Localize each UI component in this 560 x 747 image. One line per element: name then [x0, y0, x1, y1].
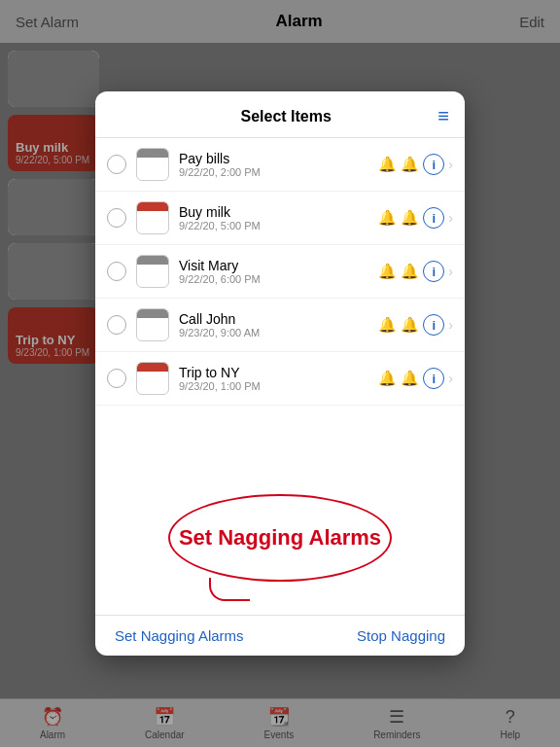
item-icon-visit-mary	[136, 255, 169, 288]
item-icon-trip-to-ny	[136, 362, 169, 395]
info-icon-buy-milk[interactable]: i	[423, 207, 444, 229]
chevron-trip-to-ny: ›	[448, 371, 453, 386]
select-items-modal: Select Items ≡ Pay bills 9/22/20, 2:00 P…	[95, 91, 465, 656]
item-actions-call-john: 🔔 🔔 i ›	[378, 314, 453, 336]
bell-icon-buy-1[interactable]: 🔔	[378, 209, 397, 227]
item-date-visit-mary: 9/22/20, 6:00 PM	[179, 273, 368, 285]
item-actions-buy-milk: 🔔 🔔 i ›	[378, 207, 453, 229]
bubble-container: Set Nagging Alarms	[95, 452, 465, 616]
item-icon-buy-milk	[136, 201, 169, 234]
item-icon-pay-bills	[136, 148, 169, 181]
bell-icon-mary-1[interactable]: 🔔	[378, 263, 397, 280]
item-actions-trip-to-ny: 🔔 🔔 i ›	[378, 368, 453, 389]
info-icon-pay-bills[interactable]: i	[423, 154, 444, 175]
radio-visit-mary[interactable]	[107, 262, 126, 281]
bell-icon-mary-2[interactable]: 🔔	[401, 263, 419, 280]
item-icon-call-john	[136, 308, 169, 341]
radio-pay-bills[interactable]	[107, 155, 126, 174]
list-item-visit-mary[interactable]: Visit Mary 9/22/20, 6:00 PM 🔔 🔔 i ›	[95, 245, 465, 299]
modal-footer: Set Nagging Alarms Stop Nagging	[95, 615, 465, 656]
speech-bubble: Set Nagging Alarms	[168, 494, 392, 582]
info-icon-visit-mary[interactable]: i	[423, 261, 444, 282]
modal-overlay[interactable]: Select Items ≡ Pay bills 9/22/20, 2:00 P…	[0, 0, 560, 747]
bell-icon-ny-1[interactable]: 🔔	[378, 370, 397, 387]
chevron-call-john: ›	[448, 317, 453, 333]
item-text-trip-to-ny: Trip to NY 9/23/20, 1:00 PM	[179, 365, 368, 392]
chevron-pay-bills: ›	[448, 157, 453, 172]
item-text-visit-mary: Visit Mary 9/22/20, 6:00 PM	[179, 258, 368, 285]
item-text-buy-milk: Buy milk 9/22/20, 5:00 PM	[179, 204, 368, 231]
stop-nagging-button[interactable]: Stop Nagging	[357, 627, 445, 644]
item-actions-pay-bills: 🔔 🔔 i ›	[378, 154, 453, 175]
chevron-buy-milk: ›	[448, 210, 453, 226]
item-text-call-john: Call John 9/23/20, 9:00 AM	[179, 311, 368, 338]
item-date-call-john: 9/23/20, 9:00 AM	[179, 327, 368, 338]
bell-icon-john-1[interactable]: 🔔	[378, 316, 397, 334]
bubble-text: Set Nagging Alarms	[179, 525, 381, 551]
item-date-pay-bills: 9/22/20, 2:00 PM	[179, 166, 368, 178]
bell-icon-1[interactable]: 🔔	[378, 156, 397, 173]
radio-call-john[interactable]	[107, 315, 126, 335]
modal-header: Select Items ≡	[95, 91, 465, 138]
info-icon-call-john[interactable]: i	[423, 314, 444, 336]
radio-trip-to-ny[interactable]	[107, 369, 126, 388]
item-name-call-john: Call John	[179, 311, 368, 327]
set-nagging-alarms-button[interactable]: Set Nagging Alarms	[115, 627, 244, 644]
modal-title: Select Items	[134, 108, 438, 125]
bell-icon-john-2[interactable]: 🔔	[401, 316, 419, 334]
item-name-trip-to-ny: Trip to NY	[179, 365, 368, 380]
item-actions-visit-mary: 🔔 🔔 i ›	[378, 261, 453, 282]
bell-icon-2[interactable]: 🔔	[401, 156, 419, 173]
item-name-visit-mary: Visit Mary	[179, 258, 368, 273]
item-name-pay-bills: Pay bills	[179, 151, 368, 166]
bell-icon-ny-2[interactable]: 🔔	[401, 370, 419, 387]
item-text-pay-bills: Pay bills 9/22/20, 2:00 PM	[179, 151, 368, 178]
item-name-buy-milk: Buy milk	[179, 204, 368, 220]
chevron-visit-mary: ›	[448, 264, 453, 279]
bell-icon-buy-2[interactable]: 🔔	[401, 209, 419, 227]
menu-icon[interactable]: ≡	[438, 105, 449, 127]
list-item-pay-bills[interactable]: Pay bills 9/22/20, 2:00 PM 🔔 🔔 i ›	[95, 138, 465, 192]
list-item-buy-milk[interactable]: Buy milk 9/22/20, 5:00 PM 🔔 🔔 i ›	[95, 192, 465, 245]
radio-buy-milk[interactable]	[107, 208, 126, 228]
item-date-buy-milk: 9/22/20, 5:00 PM	[179, 220, 368, 231]
item-date-trip-to-ny: 9/23/20, 1:00 PM	[179, 380, 368, 392]
info-icon-trip-to-ny[interactable]: i	[423, 368, 444, 389]
list-item-trip-to-ny[interactable]: Trip to NY 9/23/20, 1:00 PM 🔔 🔔 i ›	[95, 352, 465, 406]
list-item-call-john[interactable]: Call John 9/23/20, 9:00 AM 🔔 🔔 i ›	[95, 299, 465, 352]
modal-list: Pay bills 9/22/20, 2:00 PM 🔔 🔔 i ›	[95, 138, 465, 452]
